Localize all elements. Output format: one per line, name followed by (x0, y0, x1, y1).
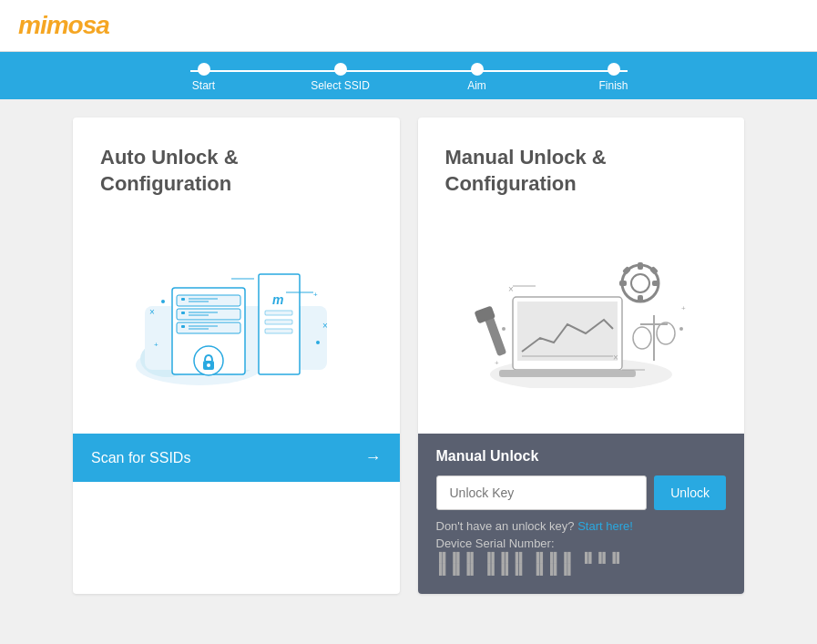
deco-x4: × (613, 353, 618, 363)
manual-card-image: × × + + (445, 215, 718, 397)
step-start: Start (136, 63, 272, 92)
lock-keyhole (207, 363, 210, 367)
server-row2 (177, 309, 240, 320)
main-content: Auto Unlock & Configuration (0, 99, 817, 612)
auto-card-image: m × × + + (100, 215, 373, 397)
step-dot-finish (608, 63, 620, 76)
help-text: Don't have an unlock key? Start here! (436, 519, 727, 533)
manual-unlock-title: Manual Unlock (436, 448, 727, 465)
serial-text: Device Serial Number: ▐▌▐▌▐▌ ▐▌▐▌▐▌ ▐▌▐▌… (436, 537, 727, 576)
auto-illustration-svg: m × × + + (117, 224, 354, 388)
scale-right-pan (657, 322, 675, 344)
gear-tooth3 (619, 281, 627, 286)
logo: mimosa (18, 11, 109, 39)
deco-plus3: + (681, 304, 686, 312)
header: mimosa (0, 0, 817, 52)
step-finish: Finish (546, 63, 682, 92)
server-row1 (177, 295, 240, 306)
auto-card-content: Auto Unlock & Configuration (73, 118, 400, 434)
auto-card-title: Auto Unlock & Configuration (100, 145, 373, 197)
manual-unlock-card: Manual Unlock & Configuration (418, 118, 745, 594)
gear-tooth4 (652, 281, 659, 286)
deco-dot1 (161, 300, 165, 303)
scale-left-pan (633, 327, 651, 349)
gear-inner (631, 274, 649, 292)
gear-tooth1 (638, 262, 643, 270)
step-dot-select-ssid (334, 63, 347, 76)
scan-ssids-button[interactable]: Scan for SSIDs → (73, 434, 400, 482)
step-label-start: Start (192, 79, 215, 92)
unlock-button[interactable]: Unlock (654, 475, 726, 510)
step-select-ssid: Select SSID (272, 63, 409, 92)
start-here-link[interactable]: Start here! (577, 519, 633, 533)
scan-button-label: Scan for SSIDs (91, 450, 190, 466)
manual-illustration-svg: × × + + (463, 224, 700, 388)
progress-bar: Start Select SSID Aim Finish (0, 52, 817, 99)
manual-card-content: Manual Unlock & Configuration (418, 118, 745, 434)
step-label-finish: Finish (598, 79, 628, 92)
step-dot-start (198, 63, 210, 76)
gear-tooth2 (638, 295, 643, 302)
deco-plus4: + (495, 359, 499, 367)
deco-plus2: + (313, 291, 318, 299)
deco-plus1: + (154, 341, 158, 349)
manual-card-title: Manual Unlock & Configuration (445, 145, 718, 197)
step-aim: Aim (409, 63, 546, 92)
deco-dot2 (316, 341, 320, 344)
unlock-key-input[interactable] (436, 475, 648, 510)
server-dot2 (181, 312, 185, 314)
deco-x1: × (149, 307, 155, 317)
server-row3 (177, 322, 240, 333)
building-line3 (265, 329, 292, 333)
step-dot-aim (471, 63, 484, 76)
mimosa-m: m (272, 292, 283, 307)
step-label-select-ssid: Select SSID (311, 79, 370, 92)
server-dot1 (181, 298, 185, 301)
deco-x2: × (322, 321, 328, 331)
laptop-display (517, 302, 618, 361)
unlock-row: Unlock (436, 475, 727, 510)
serial-value: ▐▌▐▌▐▌ ▐▌▐▌▐▌ ▐▌▐▌▐▌ ▐▌▐▌▐▌▐▌▐▌▐▌ ▐▌▐▌▐▌… (436, 552, 727, 576)
deco-dot3 (679, 327, 683, 331)
deco-dot4 (502, 327, 506, 331)
scan-button-arrow: → (365, 448, 382, 467)
auto-unlock-card: Auto Unlock & Configuration (73, 118, 400, 594)
server-dot3 (181, 325, 185, 328)
building-line1 (265, 311, 292, 315)
building-line2 (265, 320, 292, 324)
laptop-base (499, 370, 636, 377)
step-label-aim: Aim (467, 79, 486, 92)
manual-unlock-section: Manual Unlock Unlock Don't have an unloc… (418, 434, 745, 594)
steps-container: Start Select SSID Aim Finish (136, 63, 682, 92)
